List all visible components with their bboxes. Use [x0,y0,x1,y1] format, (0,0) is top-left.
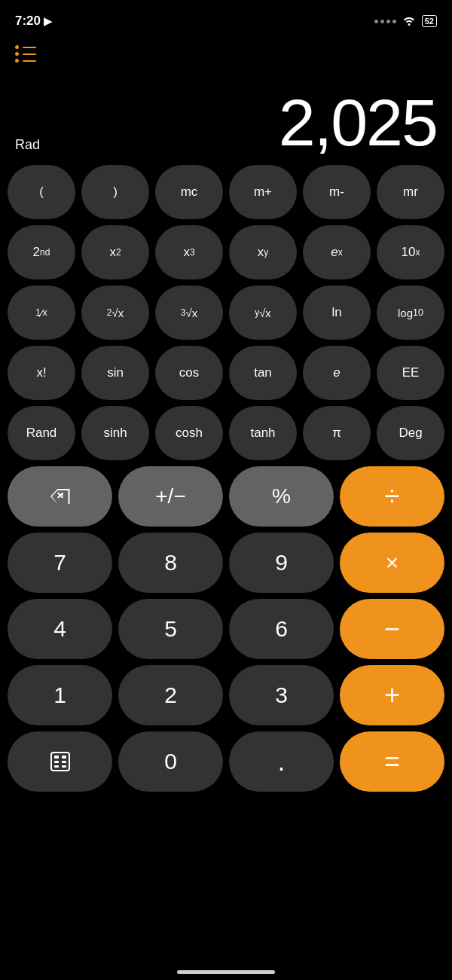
btn-log10[interactable]: log10 [377,285,444,340]
menu-line-2 [23,53,36,55]
menu-dot-1 [15,45,19,49]
btn-ln[interactable]: ln [303,285,371,340]
btn-m-plus[interactable]: m+ [229,165,297,219]
svg-rect-1 [54,756,59,759]
menu-line-1 [23,47,36,48]
svg-rect-5 [54,765,59,768]
btn-1[interactable]: 1 [8,665,112,725]
btn-e-x[interactable]: ex [303,225,371,279]
btn-multiply[interactable]: × [340,533,444,593]
status-bar: 7:20 ▶ 52 [0,0,452,33]
btn-5[interactable]: 5 [118,599,223,659]
row-9: 1 2 3 + [8,665,444,725]
btn-e-const[interactable]: e [303,346,371,400]
btn-9[interactable]: 9 [229,533,334,593]
btn-8[interactable]: 8 [118,533,223,593]
status-right: 52 [374,15,437,28]
btn-2nd[interactable]: 2nd [8,225,75,279]
btn-calculator-icon[interactable] [8,731,112,792]
time-display: 7:20 [15,14,41,29]
display-number: 2,025 [279,90,437,156]
calculator-pad: ( ) mc m+ m- mr 2nd x2 x3 xy ex 10x 1⁄x … [0,159,452,792]
btn-x-y[interactable]: xy [229,225,297,279]
btn-10-x[interactable]: 10x [377,225,444,279]
btn-sqrt3[interactable]: 3√x [155,285,223,340]
btn-sqrt-y[interactable]: y√x [229,285,297,340]
row-3: 1⁄x 2√x 3√x y√x ln log10 [8,285,444,340]
btn-close-paren[interactable]: ) [81,165,149,219]
menu-button[interactable] [15,45,36,63]
menu-dot-2 [15,52,19,56]
btn-delete[interactable] [8,466,112,527]
svg-rect-6 [62,765,66,768]
btn-0[interactable]: 0 [118,731,223,792]
btn-cosh[interactable]: cosh [155,406,223,460]
row-2: 2nd x2 x3 xy ex 10x [8,225,444,279]
btn-pi[interactable]: π [303,406,371,460]
btn-percent[interactable]: % [229,466,334,527]
btn-rand[interactable]: Rand [8,406,75,460]
row-7: 7 8 9 × [8,533,444,593]
btn-3[interactable]: 3 [229,665,334,725]
menu-line-3 [23,60,36,62]
btn-sqrt2[interactable]: 2√x [81,285,149,340]
btn-2[interactable]: 2 [118,665,223,725]
battery-indicator: 52 [422,15,437,27]
svg-rect-4 [62,761,66,763]
wifi-icon [402,15,416,28]
svg-rect-0 [51,753,69,771]
location-icon: ▶ [44,15,52,27]
btn-divide[interactable]: ÷ [340,466,444,527]
btn-ee[interactable]: EE [377,346,444,400]
btn-equals[interactable]: = [340,731,444,792]
btn-factorial[interactable]: x! [8,346,75,400]
row-4: x! sin cos tan e EE [8,346,444,400]
display-area: 2,025 Rad [0,69,452,159]
menu-area [0,33,452,69]
btn-add[interactable]: + [340,665,444,725]
btn-cos[interactable]: cos [155,346,223,400]
btn-6[interactable]: 6 [229,599,334,659]
btn-x-squared[interactable]: x2 [81,225,149,279]
svg-rect-2 [62,756,66,759]
btn-plus-minus[interactable]: +/− [118,466,223,527]
row-8: 4 5 6 − [8,599,444,659]
status-time: 7:20 ▶ [15,14,52,29]
btn-x-cubed[interactable]: x3 [155,225,223,279]
row-10: 0 . = [8,731,444,792]
svg-rect-3 [54,761,59,763]
home-indicator [177,970,275,974]
rad-label: Rad [15,137,40,153]
btn-deg[interactable]: Deg [377,406,444,460]
btn-subtract[interactable]: − [340,599,444,659]
btn-mc[interactable]: mc [155,165,223,219]
btn-sinh[interactable]: sinh [81,406,149,460]
btn-decimal[interactable]: . [229,731,334,792]
row-5: Rand sinh cosh tanh π Deg [8,406,444,460]
btn-tanh[interactable]: tanh [229,406,297,460]
battery-level: 52 [425,17,434,26]
row-6: +/− % ÷ [8,466,444,527]
btn-mr[interactable]: mr [377,165,444,219]
signal-icon [374,20,396,23]
btn-4[interactable]: 4 [8,599,112,659]
row-1: ( ) mc m+ m- mr [8,165,444,219]
btn-tan[interactable]: tan [229,346,297,400]
btn-inv-x[interactable]: 1⁄x [8,285,75,340]
btn-7[interactable]: 7 [8,533,112,593]
btn-sin[interactable]: sin [81,346,149,400]
btn-open-paren[interactable]: ( [8,165,75,219]
menu-dot-3 [15,59,19,63]
btn-m-minus[interactable]: m- [303,165,371,219]
